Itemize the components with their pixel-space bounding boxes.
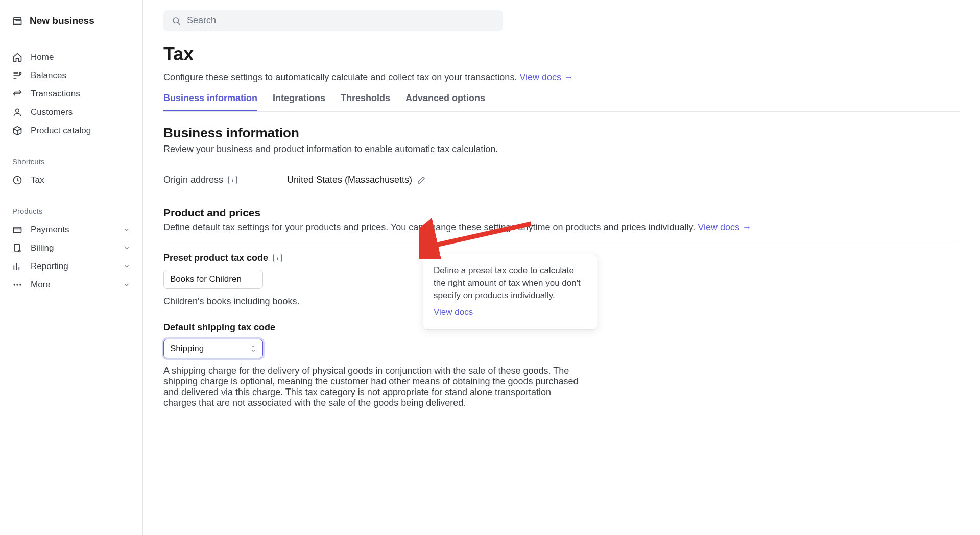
sidebar-item-reporting[interactable]: Reporting	[12, 257, 130, 276]
sidebar-item-label: More	[31, 280, 51, 290]
svg-line-16	[178, 22, 180, 25]
view-docs-link[interactable]: View docs →	[519, 72, 573, 82]
sidebar-item-product-catalog[interactable]: Product catalog	[12, 121, 130, 140]
wallet-icon	[12, 225, 22, 235]
sidebar-item-label: Home	[31, 52, 54, 62]
sidebar-item-more[interactable]: More	[12, 276, 130, 294]
product-prices-desc: Define default tax settings for your pro…	[163, 222, 960, 233]
origin-address-row: Origin address i United States (Massachu…	[163, 175, 960, 185]
receipt-icon	[12, 243, 22, 253]
store-icon	[12, 16, 22, 26]
svg-rect-6	[14, 227, 21, 233]
svg-point-4	[16, 109, 19, 112]
transactions-icon	[12, 89, 22, 99]
chevron-down-icon	[123, 226, 130, 233]
brand[interactable]: New business	[12, 15, 130, 27]
search-input[interactable]: Search	[163, 10, 503, 31]
business-info-title: Business information	[163, 125, 960, 141]
sidebar-item-payments[interactable]: Payments	[12, 221, 130, 239]
info-icon[interactable]: i	[228, 176, 237, 184]
clock-icon	[12, 175, 22, 185]
sidebar-item-label: Transactions	[31, 89, 80, 99]
sidebar-item-home[interactable]: Home	[12, 48, 130, 66]
sidebar-item-tax[interactable]: Tax	[12, 171, 130, 189]
sidebar-item-label: Tax	[31, 175, 44, 185]
tooltip-view-docs-link[interactable]: View docs	[434, 306, 587, 319]
main: Search Tax Configure these settings to a…	[143, 0, 980, 535]
page-title: Tax	[163, 43, 960, 65]
shipping-tax-select[interactable]: Shipping	[163, 339, 263, 358]
more-icon	[12, 280, 22, 290]
divider	[163, 164, 960, 164]
page-description: Configure these settings to automaticall…	[163, 72, 960, 83]
sidebar-item-label: Product catalog	[31, 126, 91, 136]
tab-business-information[interactable]: Business information	[163, 93, 257, 111]
chevron-down-icon	[123, 281, 130, 288]
preset-tax-select[interactable]: Books for Children	[163, 270, 263, 289]
svg-point-12	[14, 284, 15, 285]
customers-icon	[12, 107, 22, 117]
chevron-down-icon	[123, 263, 130, 270]
svg-point-14	[19, 284, 21, 285]
arrow-right-icon: →	[742, 222, 751, 232]
sidebar-item-label: Reporting	[31, 261, 68, 272]
sidebar-item-label: Payments	[31, 225, 69, 235]
tab-advanced-options[interactable]: Advanced options	[405, 93, 485, 111]
shortcuts-label: Shortcuts	[12, 157, 130, 166]
tabs: Business information Integrations Thresh…	[163, 93, 960, 112]
brand-label: New business	[30, 15, 94, 27]
search-placeholder: Search	[187, 15, 216, 26]
origin-address-value: United States (Massachusetts)	[287, 175, 425, 185]
sidebar-item-label: Billing	[31, 243, 54, 253]
balances-icon	[12, 70, 22, 81]
package-icon	[12, 126, 22, 136]
home-icon	[12, 52, 22, 62]
product-prices-title: Product and prices	[163, 207, 960, 219]
divider	[163, 242, 960, 242]
sidebar-item-transactions[interactable]: Transactions	[12, 85, 130, 103]
svg-point-13	[16, 284, 18, 285]
edit-icon[interactable]	[417, 176, 425, 184]
preset-tax-tooltip: Define a preset tax code to calculate th…	[423, 254, 597, 330]
sidebar-item-label: Customers	[31, 107, 73, 117]
sidebar-item-balances[interactable]: Balances	[12, 66, 130, 85]
business-info-desc: Review your business and product informa…	[163, 144, 960, 155]
products-label: Products	[12, 207, 130, 215]
arrow-right-icon: →	[564, 72, 573, 82]
origin-address-label: Origin address i	[163, 175, 280, 185]
chart-icon	[12, 261, 22, 272]
tab-integrations[interactable]: Integrations	[273, 93, 325, 111]
select-updown-icon	[250, 345, 256, 353]
sidebar-item-label: Balances	[31, 70, 66, 81]
sidebar: New business Home Balances Transactions …	[0, 0, 143, 535]
svg-point-15	[173, 18, 179, 23]
shipping-tax-desc: A shipping charge for the delivery of ph…	[163, 366, 582, 408]
svg-point-3	[19, 72, 21, 74]
chevron-down-icon	[123, 245, 130, 252]
sidebar-item-billing[interactable]: Billing	[12, 239, 130, 257]
tab-thresholds[interactable]: Thresholds	[341, 93, 390, 111]
search-icon	[172, 16, 181, 26]
sidebar-item-customers[interactable]: Customers	[12, 103, 130, 121]
info-icon[interactable]: i	[273, 254, 282, 262]
view-docs-link[interactable]: View docs →	[698, 222, 751, 232]
